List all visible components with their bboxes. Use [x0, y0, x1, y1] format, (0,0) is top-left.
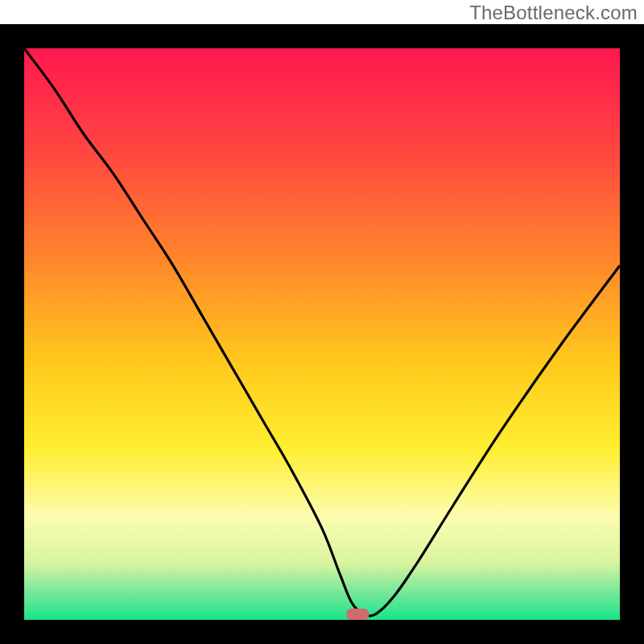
chart-container: TheBottleneck.com [0, 0, 644, 644]
watermark-text: TheBottleneck.com [469, 2, 638, 24]
plot-background [24, 48, 620, 620]
chart-svg [0, 0, 644, 644]
optimum-marker [346, 609, 369, 620]
